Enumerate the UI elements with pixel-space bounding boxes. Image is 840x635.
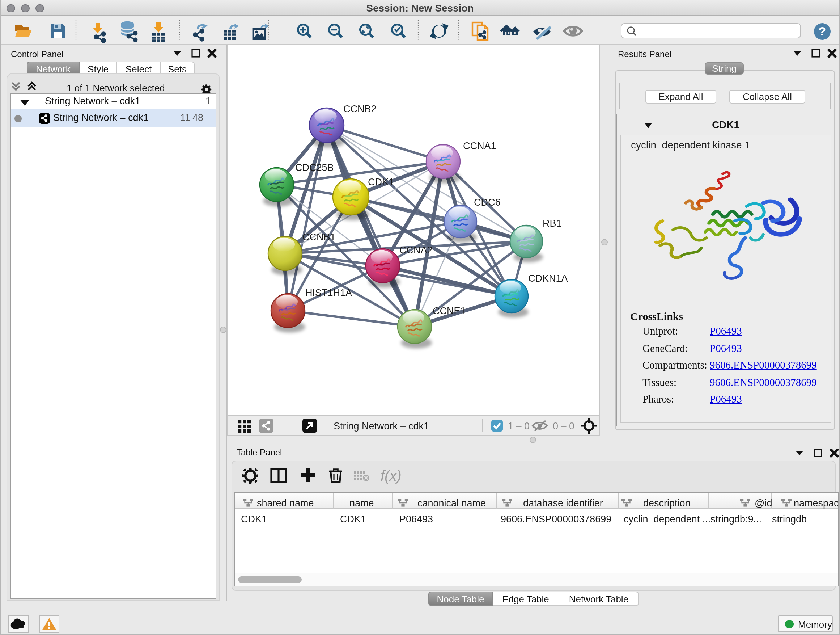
svg-text:CCNB2: CCNB2: [343, 103, 377, 114]
svg-text:P06493: P06493: [399, 514, 433, 524]
svg-text:0 – 0: 0 – 0: [553, 421, 575, 432]
svg-text:name: name: [349, 498, 374, 509]
svg-text:String Network – cdk1: String Network – cdk1: [333, 421, 429, 432]
svg-text:1 – 0: 1 – 0: [508, 421, 530, 432]
svg-text:cyclin–dependent ...: cyclin–dependent ...: [624, 514, 711, 524]
svg-text:CDC6: CDC6: [474, 197, 501, 208]
svg-text:RB1: RB1: [543, 218, 562, 229]
svg-text:stringdb: stringdb: [772, 514, 807, 524]
svg-text:CCNB1: CCNB1: [302, 232, 336, 242]
svg-text:namespac: namespac: [794, 498, 838, 509]
svg-text:CDK1: CDK1: [368, 177, 394, 187]
svg-text:shared name: shared name: [257, 498, 314, 509]
svg-text:CDK1: CDK1: [241, 514, 267, 524]
svg-text:CCNA1: CCNA1: [463, 141, 496, 151]
svg-text:CCNE1: CCNE1: [433, 306, 466, 317]
svg-text:CDKN1A: CDKN1A: [528, 273, 568, 284]
svg-text:description: description: [643, 498, 691, 509]
svg-text:HIST1H1A: HIST1H1A: [305, 287, 352, 298]
svg-text:f(x): f(x): [381, 468, 401, 484]
svg-text:CDK1: CDK1: [340, 514, 366, 524]
svg-text:9606.ENSP00000378699: 9606.ENSP00000378699: [501, 514, 611, 524]
svg-text:canonical name: canonical name: [417, 498, 486, 509]
svg-text:CDC25B: CDC25B: [295, 162, 334, 173]
svg-text:CCNA2: CCNA2: [399, 245, 433, 256]
svg-text:@id: @id: [755, 498, 772, 509]
svg-text:database identifier: database identifier: [523, 498, 603, 509]
svg-text:stringdb:9...: stringdb:9...: [711, 514, 761, 524]
